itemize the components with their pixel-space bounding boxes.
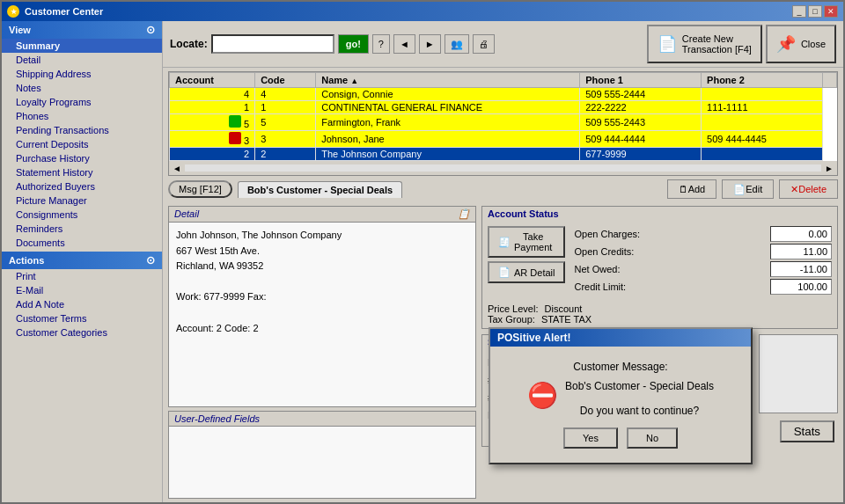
price-info: Price Level: Discount Tax Group: STATE T… [482, 300, 837, 328]
content-area: Account Code Name ▲ Phone 1 Phone 2 4 [163, 68, 843, 502]
cell-name: The Johnson Company [316, 148, 580, 161]
sidebar-item-notes[interactable]: Notes [2, 81, 162, 95]
sidebar-item-documents[interactable]: Documents [2, 236, 162, 250]
sidebar-item-summary[interactable]: Summary [2, 39, 162, 53]
minimize-button[interactable]: _ [792, 5, 806, 18]
close-button[interactable]: 📌 Close [766, 25, 836, 63]
sidebar-item-print[interactable]: Print [2, 269, 162, 283]
sidebar-item-shipping[interactable]: Shipping Address [2, 67, 162, 81]
col-code[interactable]: Code [255, 73, 316, 88]
user-defined-box: User-Defined Fields [168, 411, 476, 499]
sidebar-item-customer-categories[interactable]: Customer Categories [2, 325, 162, 340]
forward-button[interactable]: ► [419, 34, 441, 54]
table-row[interactable]: 1 1 CONTINENTAL GENERAL FINANCE 222-2222… [170, 101, 837, 114]
sidebar-item-consignments[interactable]: Consignments [2, 208, 162, 222]
sidebar-item-pending[interactable]: Pending Transactions [2, 123, 162, 137]
open-charges-value: 0.00 [770, 226, 832, 242]
close-label: Close [801, 39, 826, 49]
col-phone2[interactable]: Phone 2 [702, 73, 823, 88]
delete-button[interactable]: ✕ Delete [779, 179, 838, 199]
col-phone1[interactable]: Phone 1 [580, 73, 702, 88]
dialog-title: POSitive Alert! [490, 329, 751, 347]
locate-input[interactable] [211, 34, 334, 54]
sidebar-item-picture-manager[interactable]: Picture Manager [2, 194, 162, 208]
sidebar-item-reminders[interactable]: Reminders [2, 222, 162, 236]
dialog-no-button[interactable]: No [627, 427, 678, 449]
payment-icon: 🧾 [498, 237, 511, 248]
dialog-message-row: ⛔ Bob's Customer - Special Deals Do you … [504, 380, 737, 417]
customer-table-container: Account Code Name ▲ Phone 1 Phone 2 4 [168, 71, 838, 176]
take-payment-button[interactable]: 🧾 TakePayment [488, 226, 565, 258]
close-icon: 📌 [776, 34, 796, 54]
detail-left-panel: Detail 📋 John Johnson, The Johnson Compa… [168, 206, 476, 499]
dialog-message-text: Bob's Customer - Special Deals [565, 380, 714, 392]
delete-icon: ✕ [790, 184, 798, 195]
net-owed-row: Net Owed: -11.00 [574, 261, 832, 277]
back-button[interactable]: ◄ [393, 34, 415, 54]
sidebar: View ⊙ Summary Detail Shipping Address N… [2, 21, 163, 502]
cell-phone2 [702, 114, 823, 131]
cell-name: Consign, Connie [316, 88, 580, 101]
title-bar: ★ Customer Center _ □ ✕ [2, 2, 843, 21]
cell-name: CONTINENTAL GENERAL FINANCE [316, 101, 580, 114]
credit-limit-row: Credit Limit: 100.00 [574, 279, 832, 295]
sidebar-item-email[interactable]: E-Mail [2, 283, 162, 297]
col-account[interactable]: Account [170, 73, 255, 88]
locate-label: Locate: [170, 38, 208, 50]
status-green-icon [229, 115, 241, 128]
cell-account: 3 [170, 131, 255, 148]
cell-name: Johnson, Jane [316, 131, 580, 148]
msg-tab-button[interactable]: Msg [F12] [168, 180, 232, 198]
dialog-question: Do you want to continue? [565, 405, 714, 417]
sidebar-item-purchase-history[interactable]: Purchase History [2, 151, 162, 165]
table-row[interactable]: 4 4 Consign, Connie 509 555-2444 [170, 88, 837, 101]
create-transaction-button[interactable]: 📄 Create New Transaction [F4] [647, 25, 762, 63]
ar-detail-button[interactable]: 📄 AR Detail [488, 261, 565, 283]
print-toolbar-button[interactable]: 🖨 [473, 34, 495, 54]
dialog-yes-button[interactable]: Yes [563, 427, 618, 449]
status-red-icon [229, 132, 241, 144]
sidebar-item-add-note[interactable]: Add A Note [2, 297, 162, 311]
open-credits-value: 11.00 [770, 244, 832, 259]
cell-code: 5 [255, 114, 316, 131]
view-collapse-icon[interactable]: ⊙ [146, 24, 155, 36]
table-row[interactable]: 3 3 Johnson, Jane 509 444-4444 509 444-4… [170, 131, 837, 148]
table-row[interactable]: 5 5 Farmington, Frank 509 555-2443 [170, 114, 837, 131]
edit-button[interactable]: 📄 Edit [722, 179, 774, 199]
cell-code: 2 [255, 148, 316, 161]
add-button[interactable]: 🗒 Add [667, 179, 717, 199]
account-status-header: Account Status [482, 207, 837, 221]
sidebar-item-authorized-buyers[interactable]: Authorized Buyers [2, 179, 162, 194]
cell-phone1: 222-2222 [580, 101, 702, 114]
close-window-button[interactable]: ✕ [824, 5, 838, 18]
go-button[interactable]: go! [338, 34, 369, 54]
table-row-selected[interactable]: 2 2 The Johnson Company 677-9999 [170, 148, 837, 161]
status-values: Open Charges: 0.00 Open Credits: 11.00 N… [574, 226, 832, 295]
cell-name: Farmington, Frank [316, 114, 580, 131]
cell-phone1: 677-9999 [580, 148, 702, 161]
net-owed-value: -11.00 [770, 261, 832, 277]
sidebar-item-statement-history[interactable]: Statement History [2, 165, 162, 179]
cell-phone2 [702, 148, 823, 161]
detail-copy-icon[interactable]: 📋 [458, 208, 470, 220]
help-button[interactable]: ? [372, 34, 390, 54]
people-button[interactable]: 👥 [445, 34, 469, 54]
dialog-buttons: Yes No [504, 427, 737, 449]
maximize-button[interactable]: □ [808, 5, 822, 18]
col-name[interactable]: Name ▲ [316, 73, 580, 88]
actions-collapse-icon[interactable]: ⊙ [146, 254, 155, 267]
cell-code: 4 [255, 88, 316, 101]
actions-section: Actions ⊙ Print E-Mail Add A Note Custom… [2, 252, 162, 340]
sidebar-item-customer-terms[interactable]: Customer Terms [2, 311, 162, 325]
dialog-error-icon: ⛔ [527, 381, 558, 410]
sidebar-item-phones[interactable]: Phones [2, 109, 162, 123]
sidebar-item-detail[interactable]: Detail [2, 53, 162, 67]
sidebar-item-current-deposits[interactable]: Current Deposits [2, 137, 162, 151]
col-scrollbar-space [823, 73, 837, 88]
stats-button[interactable]: Stats [780, 420, 834, 442]
sidebar-item-loyalty[interactable]: Loyalty Programs [2, 95, 162, 109]
special-deals-tab[interactable]: Bob's Customer - Special Deals [238, 181, 402, 198]
horizontal-scrollbar[interactable]: ◄ ► [169, 161, 837, 175]
dialog-content: Customer Message: ⛔ Bob's Customer - Spe… [490, 347, 751, 463]
actions-header: Actions ⊙ [2, 252, 162, 269]
